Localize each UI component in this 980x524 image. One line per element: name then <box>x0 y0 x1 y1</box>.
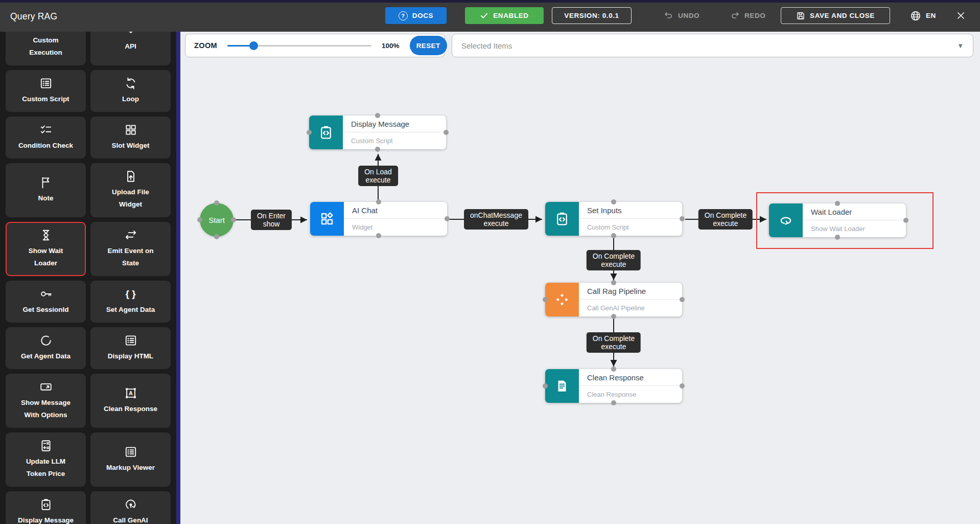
connector-port-bottom[interactable] <box>214 234 219 239</box>
connector-port-right[interactable] <box>680 216 685 221</box>
palette-item-custom-script[interactable]: Custom Script <box>6 70 86 112</box>
palette-item-label: Custom Execution <box>17 34 75 59</box>
palette-item-custom-execution[interactable]: Custom Execution <box>6 32 86 65</box>
selected-items-dropdown[interactable]: Selected Items ▼ <box>452 34 973 57</box>
palette-item-api[interactable]: API <box>90 32 171 65</box>
svg-text:A: A <box>129 390 133 396</box>
calculator-icon <box>39 439 53 452</box>
edge-label-onchatmessage-execute[interactable]: onChatMessageexecute <box>464 209 528 230</box>
connector-port-bottom[interactable] <box>376 233 381 238</box>
save-and-close-button[interactable]: SAVE AND CLOSE <box>781 7 890 24</box>
palette-item-label: Update LLM Token Price <box>17 455 75 480</box>
palette-item-get-agent-data[interactable]: Get Agent Data <box>6 327 86 369</box>
connector-port-bottom[interactable] <box>611 233 616 238</box>
top-bar: Query RAG ? DOCS ENABLED VERSION: 0.0.1 … <box>0 0 980 32</box>
palette-item-condition-check[interactable]: Condition Check <box>6 117 86 158</box>
flow-node-call-rag-pipeline[interactable]: Call Rag PipelineCall GenAI Pipeline <box>545 283 682 316</box>
connector-port-bottom[interactable] <box>611 314 616 319</box>
node-title: Call Rag Pipeline <box>579 283 682 300</box>
connector-port-right[interactable] <box>231 217 236 222</box>
palette-item-clean-response[interactable]: AClean Response <box>90 374 171 428</box>
connector-port-left[interactable] <box>307 130 312 135</box>
undo-icon <box>664 11 673 20</box>
edge-label-on-complete-execute[interactable]: On Completeexecute <box>587 332 641 353</box>
zoom-label: ZOOM <box>194 41 217 50</box>
node-title: AI Chat <box>344 202 447 219</box>
flow-canvas[interactable] <box>180 32 980 524</box>
palette-item-update-llm-token-price[interactable]: Update LLM Token Price <box>6 432 86 487</box>
connector-port-left[interactable] <box>197 217 202 222</box>
connector-port-top[interactable] <box>611 199 616 204</box>
palette-item-label: Get SessionId <box>22 304 68 316</box>
flow-node-display-message[interactable]: Display MessageCustom Script <box>309 116 446 149</box>
version-button[interactable]: VERSION: 0.0.1 <box>552 7 632 24</box>
braces-icon: { } <box>125 287 135 301</box>
enabled-toggle-button[interactable]: ENABLED <box>465 7 544 24</box>
palette-item-show-wait-loader[interactable]: Show Wait Loader <box>6 222 86 276</box>
connector-port-right[interactable] <box>680 297 685 302</box>
clipboard-code-icon <box>309 116 343 149</box>
node-subtitle: Show Wait Loader <box>803 220 906 237</box>
flow-node-wait-loader[interactable]: Wait LoaderShow Wait Loader <box>769 203 906 237</box>
palette-item-note[interactable]: Note <box>6 163 86 217</box>
edge-label-on-load-execute[interactable]: On Loadexecute <box>358 166 398 186</box>
palette-item-show-message-with-options[interactable]: Show Message With Options <box>6 374 86 428</box>
edge-label-on-complete-execute[interactable]: On Completeexecute <box>698 209 753 230</box>
language-switcher[interactable]: EN <box>902 7 944 24</box>
zoom-reset-button[interactable]: RESET <box>410 36 447 55</box>
palette-item-label: Set Agent Data <box>106 304 155 316</box>
palette-item-label: Emit Event on State <box>102 245 160 269</box>
flow-node-set-inputs[interactable]: Set InputsCustom Script <box>545 202 682 236</box>
node-title: Set Inputs <box>579 202 682 219</box>
zoom-slider-thumb[interactable] <box>249 41 258 50</box>
node-title: Wait Loader <box>803 203 906 220</box>
start-node-label: Start <box>208 216 225 224</box>
connector-port-bottom[interactable] <box>611 400 616 405</box>
flow-node-start[interactable]: Start <box>200 203 234 237</box>
palette-item-call-genai[interactable]: Call GenAI <box>90 491 171 524</box>
zoom-percent: 100% <box>382 42 400 50</box>
zoom-slider[interactable] <box>227 41 371 50</box>
palette-item-display-message[interactable]: Display Message <box>6 491 86 524</box>
connector-port-top[interactable] <box>611 280 616 285</box>
connector-port-top[interactable] <box>375 113 380 118</box>
docs-button[interactable]: ? DOCS <box>385 7 447 24</box>
flow-node-ai-chat[interactable]: AI ChatWidget <box>310 202 447 236</box>
undo-button[interactable]: UNDO <box>656 7 707 24</box>
palette-item-loop[interactable]: Loop <box>90 70 171 112</box>
palette-item-markup-viewer[interactable]: Markup Viewer <box>90 432 171 487</box>
connector-port-bottom[interactable] <box>835 235 840 240</box>
connector-port-top[interactable] <box>214 200 219 206</box>
close-button[interactable] <box>948 7 969 24</box>
hourglass-icon <box>39 229 53 242</box>
palette-item-display-html[interactable]: Display HTML <box>90 327 171 369</box>
edge-label-on-complete-execute[interactable]: On Completeexecute <box>587 250 641 270</box>
palette-item-upload-file-widget[interactable]: Upload File Widget <box>90 163 171 217</box>
connector-port-top[interactable] <box>835 201 840 206</box>
text-select-icon: A <box>124 386 137 400</box>
connector-port-left[interactable] <box>543 383 548 389</box>
node-palette-sidebar: Custom ExecutionAPICustom ScriptLoopCond… <box>0 32 176 524</box>
palette-item-slot-widget[interactable]: Slot Widget <box>90 117 171 158</box>
palette-item-get-sessionid[interactable]: Get SessionId <box>6 281 86 323</box>
connector-port-top[interactable] <box>611 367 616 372</box>
palette-item-label: Display HTML <box>108 350 153 362</box>
redo-button[interactable]: REDO <box>722 7 773 24</box>
palette-item-label: Display Message <box>18 514 74 524</box>
palette-item-label: API <box>125 40 136 53</box>
connector-port-top[interactable] <box>376 199 381 204</box>
palette-item-label: Custom Script <box>22 93 69 105</box>
edge-label-on-enter-show[interactable]: On Entershow <box>251 210 292 230</box>
save-icon <box>796 11 805 20</box>
connector-port-right[interactable] <box>445 216 450 221</box>
connector-port-right[interactable] <box>680 383 685 389</box>
palette-item-emit-event-on-state[interactable]: Emit Event on State <box>90 222 171 276</box>
flow-node-clean-response[interactable]: Clean ResponseClean Response <box>545 369 682 403</box>
connector-port-right[interactable] <box>903 218 908 223</box>
connector-port-right[interactable] <box>444 130 449 135</box>
palette-item-set-agent-data[interactable]: { }Set Agent Data <box>90 281 171 323</box>
connector-port-left[interactable] <box>543 297 548 302</box>
connector-port-bottom[interactable] <box>375 147 380 152</box>
top-accent-strip <box>0 0 980 3</box>
palette-item-label: Slot Widget <box>111 140 149 152</box>
